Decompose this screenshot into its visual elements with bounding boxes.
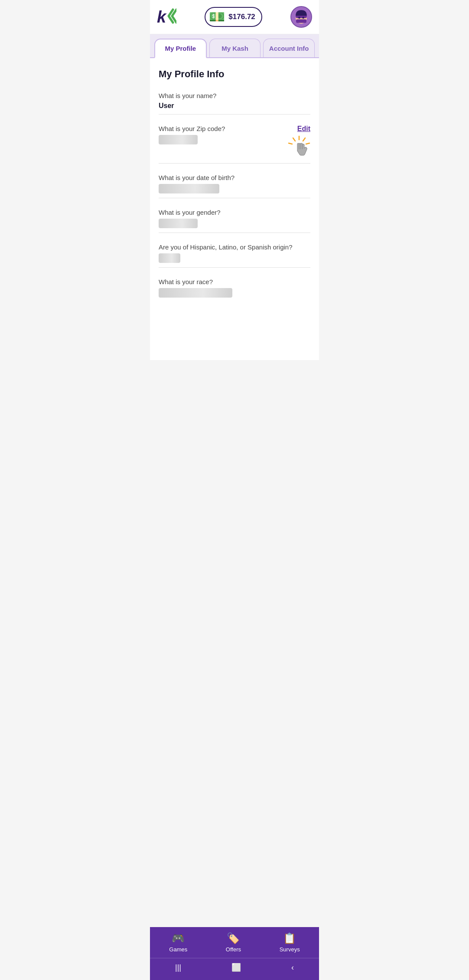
field-gender-divider <box>159 233 310 233</box>
nav-item-games[interactable]: 🎮 Games <box>169 932 187 953</box>
field-zip-label: What is your Zip code? <box>159 125 288 132</box>
field-zip-value-blurred <box>159 135 198 144</box>
field-name: What is your name? User <box>159 92 310 115</box>
svg-line-10 <box>289 143 292 144</box>
tab-my-kash[interactable]: My Kash <box>209 39 261 57</box>
offers-icon: 🏷️ <box>227 932 240 944</box>
tabs-bar: My Profile My Kash Account Info <box>150 34 319 57</box>
tab-account-info[interactable]: Account Info <box>263 39 315 57</box>
games-icon: 🎮 <box>172 932 185 944</box>
app-header: k 💵 $176.72 <box>150 0 319 34</box>
user-avatar[interactable] <box>290 6 312 28</box>
field-race-value-blurred <box>159 288 232 298</box>
svg-line-7 <box>303 138 305 141</box>
field-name-label: What is your name? <box>159 92 310 99</box>
tab-my-profile[interactable]: My Profile <box>154 39 207 58</box>
surveys-label: Surveys <box>280 946 300 953</box>
edit-zip-button[interactable]: Edit <box>297 125 310 133</box>
field-zip: What is your Zip code? Edit <box>159 125 310 164</box>
system-back-button[interactable]: ‹ <box>283 961 303 974</box>
click-cursor-icon <box>288 135 310 161</box>
field-hispanic-label: Are you of Hispanic, Latino, or Spanish … <box>159 243 310 251</box>
bottom-navigation: 🎮 Games 🏷️ Offers 📋 Surveys ||| ⬜ ‹ <box>150 927 319 980</box>
games-label: Games <box>169 946 187 953</box>
logo-k-letter: k <box>157 9 166 25</box>
nav-item-surveys[interactable]: 📋 Surveys <box>280 932 300 953</box>
field-zip-edit-area: Edit <box>288 125 310 161</box>
surveys-icon: 📋 <box>283 932 296 944</box>
logo-chevron-icon <box>167 8 176 26</box>
svg-point-4 <box>302 17 304 19</box>
field-zip-divider <box>159 163 310 164</box>
system-home-button[interactable]: ⬜ <box>223 961 250 974</box>
system-navigation: ||| ⬜ ‹ <box>150 958 319 977</box>
field-hispanic-divider <box>159 267 310 268</box>
svg-rect-5 <box>296 20 306 23</box>
field-race: What is your race? <box>159 278 310 298</box>
section-title: My Profile Info <box>159 69 310 80</box>
field-gender-label: What is your gender? <box>159 209 310 216</box>
field-dob: What is your date of birth? <box>159 174 310 198</box>
field-dob-value-blurred <box>159 184 219 193</box>
svg-point-3 <box>298 17 300 19</box>
nav-item-offers[interactable]: 🏷️ Offers <box>226 932 241 953</box>
svg-line-9 <box>293 138 295 141</box>
field-name-divider <box>159 114 310 115</box>
field-hispanic-value-blurred <box>159 253 180 263</box>
field-gender-value-blurred <box>159 219 198 228</box>
field-gender: What is your gender? <box>159 209 310 233</box>
app-logo: k <box>157 8 176 26</box>
nav-items-row: 🎮 Games 🏷️ Offers 📋 Surveys <box>150 932 319 953</box>
field-name-value: User <box>159 102 310 110</box>
field-dob-label: What is your date of birth? <box>159 174 310 181</box>
offers-label: Offers <box>226 946 241 953</box>
svg-line-8 <box>306 143 309 144</box>
field-dob-divider <box>159 198 310 198</box>
kash-badge[interactable]: 💵 $176.72 <box>205 7 262 27</box>
field-hispanic: Are you of Hispanic, Latino, or Spanish … <box>159 243 310 268</box>
field-race-label: What is your race? <box>159 278 310 285</box>
money-bills-icon: 💵 <box>209 10 225 23</box>
profile-content: My Profile Info What is your name? User … <box>150 57 319 360</box>
system-menu-button[interactable]: ||| <box>166 961 190 974</box>
kash-amount-text: $176.72 <box>228 13 255 21</box>
